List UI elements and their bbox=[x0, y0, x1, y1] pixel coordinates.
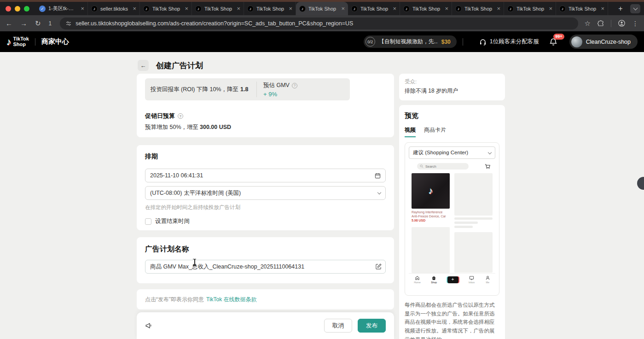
calendar-icon bbox=[375, 173, 381, 179]
skeleton-line bbox=[454, 226, 473, 228]
data-terms-link[interactable]: TikTok 在线数据条款 bbox=[206, 296, 257, 304]
minimize-window-button[interactable] bbox=[15, 6, 20, 12]
tiktok-favicon-icon: ♪ bbox=[559, 6, 566, 12]
roi-value: 1.8 bbox=[240, 86, 248, 93]
browser-tab-strip: ✓1-美区tk-工作×♪seller.tiktoks×♪TikTok Shop×… bbox=[0, 2, 644, 15]
browser-tab[interactable]: ♪TikTok Shop× bbox=[140, 2, 192, 15]
header-divider-2 bbox=[463, 38, 463, 46]
publish-button[interactable]: 发布 bbox=[358, 319, 386, 333]
cancel-button[interactable]: 取消 bbox=[324, 319, 352, 333]
skeleton-line bbox=[454, 222, 478, 224]
app-header: ♪ TikTok Shop 商家中心 0/2 【自制短视频激励，先... $30… bbox=[0, 31, 644, 52]
tiktok-shop-logo[interactable]: TikTok Shop bbox=[13, 36, 29, 47]
tab-product-card[interactable]: 商品卡片 bbox=[424, 126, 446, 137]
header-divider bbox=[35, 38, 35, 46]
url-text: seller.us.tiktokshopglobalselling.com/ad… bbox=[75, 20, 353, 27]
browser-tab[interactable]: ♪TikTok Shop× bbox=[452, 2, 504, 15]
browser-tab[interactable]: ♪seller.tiktoks× bbox=[88, 2, 140, 15]
megaphone-icon[interactable] bbox=[145, 322, 152, 329]
back-nav-icon[interactable]: ← bbox=[6, 19, 12, 27]
tiktok-note-icon: ♪ bbox=[429, 186, 433, 196]
shop-account-button[interactable]: CleanCruze-shop bbox=[569, 35, 638, 49]
browser-tab[interactable]: ♪TikTok Shop× bbox=[296, 2, 348, 15]
phone-tab-bar: Home Shop + Inbox Me bbox=[409, 273, 495, 286]
info-icon[interactable]: ? bbox=[178, 113, 183, 119]
browser-tab[interactable]: ♪TikTok Shop× bbox=[348, 2, 400, 15]
tab-close-icon[interactable]: × bbox=[289, 6, 292, 12]
promo-budget-label: 促销日预算 bbox=[145, 112, 175, 120]
tab-video[interactable]: 视频 bbox=[405, 126, 416, 137]
mock-search-input bbox=[425, 164, 458, 169]
back-button[interactable]: ← bbox=[138, 60, 149, 71]
placement-select[interactable]: 建议 (Shopping Center) bbox=[409, 146, 495, 159]
browser-tab[interactable]: ♪TikTok Shop× bbox=[244, 2, 296, 15]
end-time-checkbox[interactable] bbox=[145, 218, 151, 225]
tiktok-favicon-icon: ♪ bbox=[91, 6, 98, 12]
schedule-helper-text: 在排定的开始时间之后持续投放广告计划 bbox=[145, 204, 386, 211]
new-tab-button[interactable]: + bbox=[615, 5, 627, 13]
tab-title: TikTok Shop bbox=[569, 6, 598, 12]
profile-icon[interactable] bbox=[618, 20, 625, 27]
product-title: Rayhong Interference Anti-Freeze Device,… bbox=[412, 210, 450, 219]
phone-preview: 建议 (Shopping Center) ♪ Rayho bbox=[405, 142, 499, 296]
tab-title: TikTok Shop bbox=[360, 6, 390, 12]
tab-close-icon[interactable]: × bbox=[549, 6, 552, 12]
tab-close-icon[interactable]: × bbox=[393, 6, 396, 12]
app-title: 商家中心 bbox=[41, 37, 69, 46]
browser-tab[interactable]: ♪TikTok Shop× bbox=[504, 2, 556, 15]
zoom-window-button[interactable] bbox=[24, 6, 29, 12]
info-icon[interactable]: ? bbox=[292, 83, 297, 88]
browser-tab[interactable]: ♪TikTok Shop× bbox=[400, 2, 452, 15]
tab-close-icon[interactable]: × bbox=[185, 6, 188, 12]
tab-title: TikTok Shop bbox=[204, 6, 234, 12]
tab-close-icon[interactable]: × bbox=[237, 6, 240, 12]
notifications-button[interactable]: 99+ bbox=[549, 38, 557, 46]
timezone-select[interactable]: (UTC-08:00) 太平洋标准时间 (美国) bbox=[145, 186, 386, 200]
audience-card: 受众: 排除不满 18 岁的用户 bbox=[399, 74, 505, 100]
browser-tab[interactable]: ♪TikTok Shop× bbox=[192, 2, 244, 15]
browser-menu-icon[interactable]: ⋮ bbox=[632, 20, 638, 27]
reload-icon[interactable]: ↻ bbox=[35, 19, 41, 28]
cart-icon bbox=[485, 164, 491, 170]
tiktok-favicon-icon: ♪ bbox=[195, 6, 202, 12]
site-settings-icon[interactable] bbox=[66, 21, 71, 26]
close-window-button[interactable] bbox=[6, 6, 11, 12]
end-time-checkbox-label: 设置结束时间 bbox=[155, 217, 190, 225]
tab-title: TikTok Shop bbox=[516, 6, 546, 12]
incentive-task-pill[interactable]: 0/2 【自制短视频激励，先... $30 bbox=[364, 35, 457, 48]
tab-title: TikTok Shop bbox=[152, 6, 182, 12]
task-text: 【自制短视频激励，先... bbox=[379, 38, 438, 46]
tab-close-icon[interactable]: × bbox=[133, 6, 136, 12]
tab-list-button[interactable] bbox=[630, 4, 640, 13]
phone-tab-me: Me bbox=[485, 275, 490, 284]
tab-close-icon[interactable]: × bbox=[497, 6, 500, 12]
campaign-name-input[interactable] bbox=[145, 260, 386, 274]
tab-close-icon[interactable]: × bbox=[601, 6, 604, 12]
extensions-icon[interactable] bbox=[598, 20, 604, 27]
tab-close-icon[interactable]: × bbox=[341, 6, 345, 12]
task-progress-badge: 0/2 bbox=[366, 37, 375, 47]
browser-tab[interactable]: ✓1-美区tk-工作× bbox=[36, 2, 88, 15]
forward-nav-icon[interactable]: → bbox=[20, 19, 27, 27]
tab-close-icon[interactable]: × bbox=[81, 6, 84, 12]
address-bar[interactable]: seller.us.tiktokshopglobalselling.com/ad… bbox=[60, 18, 578, 29]
floating-widget-button[interactable] bbox=[637, 177, 644, 190]
preview-description: 每件商品都会在所选广告位以原生方式显示为一个独立的广告。如果任意所选商品在视频中… bbox=[405, 301, 499, 339]
roi-summary-box: 投资回报率 (ROI) 下降 10%，降至1.8 预估 GMV ? + 9% bbox=[145, 78, 350, 100]
phone-screen: ♪ Rayhong Interference Anti-Freeze Devic… bbox=[409, 163, 495, 286]
window-controls[interactable] bbox=[0, 6, 36, 12]
start-datetime-value: 2025-11-10 06:41:31 bbox=[150, 172, 203, 179]
phone-tab-home: Home bbox=[414, 275, 421, 284]
tiktok-favicon-icon: ♪ bbox=[299, 6, 306, 12]
preview-title: 预览 bbox=[405, 111, 499, 120]
bookmark-star-icon[interactable]: ☆ bbox=[585, 19, 591, 28]
browser-tab[interactable]: ♪TikTok Shop× bbox=[556, 2, 608, 15]
avatar bbox=[571, 36, 582, 47]
tab-close-icon[interactable]: × bbox=[445, 6, 448, 12]
tiktok-favicon-icon: ♪ bbox=[247, 6, 254, 12]
tab-title: seller.tiktoks bbox=[100, 6, 130, 12]
edit-icon[interactable] bbox=[376, 263, 382, 269]
start-datetime-input[interactable]: 2025-11-10 06:41:31 bbox=[145, 169, 386, 182]
customer-service-item[interactable]: 1位顾客未分配客服 bbox=[479, 38, 539, 46]
toolbar-icons: ☆ ⋮ bbox=[585, 19, 638, 28]
